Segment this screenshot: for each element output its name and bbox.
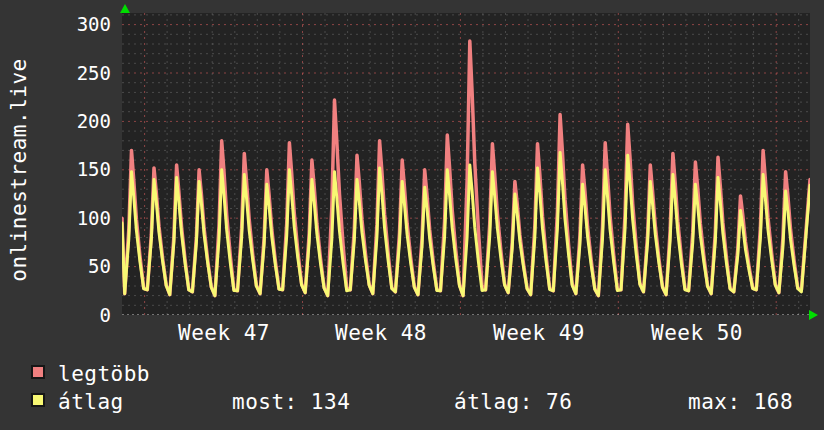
legend-label-atlag: átlag [58, 390, 124, 414]
y-tick-label: 100 [0, 209, 111, 228]
stat-most: most: 134 [232, 390, 350, 414]
chart-canvas [122, 13, 810, 315]
x-tick-label: Week 49 [493, 321, 585, 345]
y-tick-label: 150 [0, 160, 111, 179]
y-tick-label: 200 [0, 112, 111, 131]
legend-label-legtobb: legtöbb [58, 362, 150, 386]
stat-atlag: átlag: 76 [454, 390, 572, 414]
rrd-graph: onlinestream.live 050100150200250300 Wee… [0, 0, 824, 430]
legend-swatch-legtobb [31, 365, 45, 379]
y-tick-label: 300 [0, 15, 111, 34]
x-tick-label: Week 50 [651, 321, 743, 345]
plot-area [122, 13, 810, 315]
x-tick-label: Week 47 [178, 321, 270, 345]
y-tick-label: 50 [0, 257, 111, 276]
x-tick-label: Week 48 [335, 321, 427, 345]
y-tick-label: 250 [0, 64, 111, 83]
stat-max: max: 168 [688, 390, 793, 414]
x-axis-arrow-right-icon [809, 310, 818, 320]
y-tick-label: 0 [0, 306, 111, 325]
y-axis-arrow-up-icon [120, 4, 130, 13]
legend-swatch-atlag [31, 393, 45, 407]
